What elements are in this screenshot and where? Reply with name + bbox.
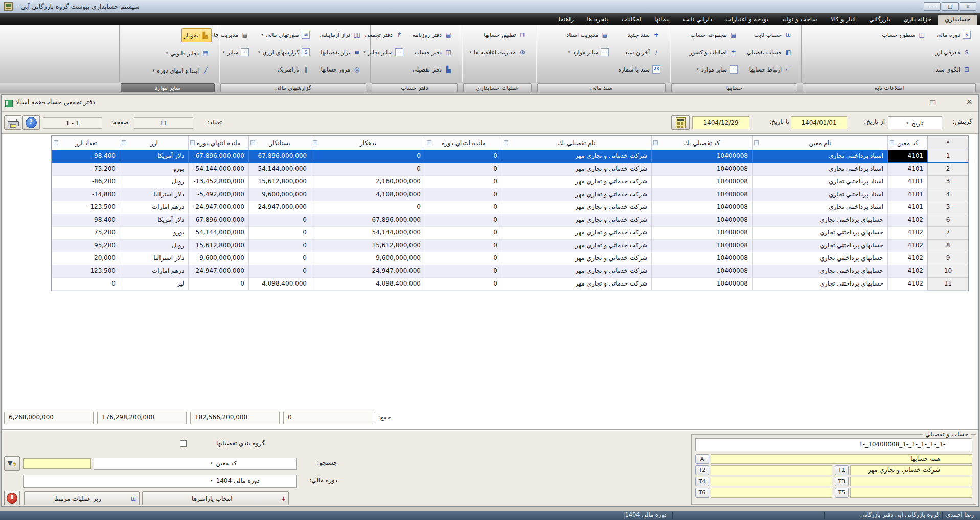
column-header-mand0[interactable]: مانده ابتداي دوره: [425, 136, 502, 150]
menu-tab-11[interactable]: راهنما: [552, 15, 580, 25]
ribbon-group-caption-3[interactable]: سند مالي: [537, 83, 666, 92]
column-header-tkod[interactable]: کد تفصيلي يك: [651, 136, 752, 150]
t2-button[interactable]: T2: [695, 465, 709, 475]
cell-mand1[interactable]: 0: [188, 278, 248, 291]
cell-kod[interactable]: 4102: [887, 240, 927, 252]
menu-tab-5[interactable]: ساخت و توليد: [775, 15, 824, 25]
cell-nam[interactable]: حسابهاي پرداختني تجاري: [752, 227, 887, 240]
cell-bes[interactable]: 4,098,400,000: [248, 278, 311, 291]
select-parameters-button[interactable]: انتخاب پارامترها ⍭: [142, 491, 289, 505]
cell-tkod[interactable]: 10400008: [651, 265, 752, 278]
ribbon-button-الگوي سند[interactable]: ⊡الگوي سند: [933, 63, 973, 76]
ribbon-button-ساير[interactable]: ⋯ساير▾: [221, 45, 251, 59]
cell-mand0[interactable]: 0: [425, 201, 502, 214]
cell-bes[interactable]: 0: [248, 227, 311, 240]
cell-num[interactable]: 4: [927, 188, 968, 201]
cell-nam[interactable]: اسناد پرداختني تجاري: [752, 176, 887, 188]
cell-nam[interactable]: حسابهاي پرداختني تجاري: [752, 265, 887, 278]
to-date-field[interactable]: 1404/12/29: [692, 116, 749, 129]
cell-nam[interactable]: حسابهاي پرداختني تجاري: [752, 214, 887, 227]
cell-tarz[interactable]: 98,400: [52, 214, 120, 227]
ribbon-button-گزارشهاي ارزي[interactable]: $گزارشهاي ارزي▾: [256, 45, 312, 59]
cell-bed[interactable]: 0: [311, 163, 425, 176]
ribbon-group-caption-6[interactable]: گزارشهاي مالي: [220, 83, 366, 92]
column-header-tnam[interactable]: نام تفصيلي يك: [502, 136, 651, 150]
cell-tkod[interactable]: 10400008: [651, 252, 752, 265]
ribbon-button-سطوح حساب[interactable]: ◫سطوح حساب: [880, 28, 928, 41]
cell-num[interactable]: 3: [927, 176, 968, 188]
calculate-button[interactable]: [671, 115, 690, 130]
ribbon-button-حساب تفصيلي[interactable]: ◧حساب تفصيلي: [745, 45, 794, 59]
cell-arz[interactable]: يورو: [120, 227, 188, 240]
column-header-nam[interactable]: نام معين: [752, 136, 887, 150]
cell-bed[interactable]: 2,160,000,000: [311, 176, 425, 188]
t6-button[interactable]: T6: [695, 488, 709, 498]
cell-tnam[interactable]: شرکت خدماتي و تجاري مهر: [502, 176, 651, 188]
cell-tarz[interactable]: 20,000: [52, 252, 120, 265]
report-close-icon[interactable]: ×: [966, 97, 973, 106]
cell-mand0[interactable]: 0: [425, 265, 502, 278]
from-date-field[interactable]: 1404/01/01: [791, 116, 847, 129]
cell-arz[interactable]: دلار آمريکا: [120, 214, 188, 227]
cell-bed[interactable]: 4,098,400,000: [311, 278, 425, 291]
cell-tarz[interactable]: -86,200: [52, 176, 120, 188]
cell-tnam[interactable]: شرکت خدماتي و تجاري مهر: [502, 240, 651, 252]
cell-tnam[interactable]: شرکت خدماتي و تجاري مهر: [502, 278, 651, 291]
ribbon-button-معرفي ارز[interactable]: $معرفي ارز: [933, 45, 973, 59]
ribbon-button-دفاتر قانوني[interactable]: ▤دفاتر قانوني▾: [164, 46, 212, 60]
cell-bed[interactable]: 15,612,800,000: [311, 240, 425, 252]
cell-num[interactable]: 2: [927, 163, 968, 176]
cell-mand1[interactable]: 24,947,000,000: [188, 265, 248, 278]
cell-num[interactable]: 9: [927, 252, 968, 265]
ribbon-button-مرور حسابها[interactable]: ◎مرور حسابها: [318, 63, 363, 76]
cell-mand0[interactable]: 0: [425, 176, 502, 188]
menu-tab-9[interactable]: امکانات: [615, 15, 648, 25]
column-header-mand1[interactable]: مانده انتهاي دوره: [188, 136, 248, 150]
t4-button[interactable]: T4: [695, 477, 709, 486]
cell-bes[interactable]: 24,947,000,000: [248, 201, 311, 214]
cell-tnam[interactable]: شرکت خدماتي و تجاري مهر: [502, 265, 651, 278]
cell-tnam[interactable]: شرکت خدماتي و تجاري مهر: [502, 188, 651, 201]
cell-mand0[interactable]: 0: [425, 227, 502, 240]
ribbon-group-caption-4[interactable]: عمليات حسابداري: [463, 83, 532, 92]
select-combo[interactable]: ▾تاريخ: [888, 116, 942, 129]
cell-tnam[interactable]: شرکت خدماتي و تجاري مهر: [502, 252, 651, 265]
menu-tab-6[interactable]: بودجه و اعتبارات: [719, 15, 775, 25]
cell-tarz[interactable]: 0: [52, 278, 120, 291]
cell-arz[interactable]: روبل: [120, 176, 188, 188]
cell-mand1[interactable]: 67,896,000,000: [188, 214, 248, 227]
ribbon-button-تراز تفصيليها[interactable]: ≡تراز تفصيليها: [318, 45, 363, 59]
cell-num[interactable]: 10: [927, 265, 968, 278]
cell-arz[interactable]: دلار استراليا: [120, 252, 188, 265]
ribbon-button-دفتر تفصيلي[interactable]: ▙دفتر تفصيلي: [411, 63, 454, 76]
ribbon-button-دوره مالي[interactable]: $دوره مالي: [934, 28, 973, 41]
ribbon-button-حساب ثابت[interactable]: ⊞حساب ثابت: [752, 28, 794, 41]
cell-bed[interactable]: 4,108,000,000: [311, 188, 425, 201]
ribbon-group-caption-2[interactable]: حسابها: [671, 83, 797, 92]
t6-field[interactable]: [711, 488, 832, 498]
ribbon-button-سند جديد[interactable]: +سند جديد: [626, 28, 663, 41]
close-button[interactable]: ×: [960, 2, 976, 11]
cell-num[interactable]: 5: [927, 201, 968, 214]
cell-tnam[interactable]: شرکت خدماتي و تجاري مهر: [502, 214, 651, 227]
cell-num[interactable]: 8: [927, 240, 968, 252]
cell-num[interactable]: 11: [927, 278, 968, 291]
table-row[interactable]: 44101اسناد پرداختني تجاري10400008شرکت خد…: [52, 188, 968, 201]
stop-button[interactable]: [4, 491, 20, 505]
menu-tab-3[interactable]: بازرگاني: [862, 15, 897, 25]
cell-tkod[interactable]: 10400008: [651, 278, 752, 291]
ribbon-button-نمودار[interactable]: ▙نمودار: [181, 28, 212, 42]
ribbon-group-caption-7[interactable]: ساير موارد: [121, 83, 215, 92]
cell-kod[interactable]: 4102: [887, 278, 927, 291]
ribbon-button-تراز آزمايشي[interactable]: ▯▯تراز آزمايشي: [317, 28, 363, 41]
table-row[interactable]: 114102حسابهاي پرداختني تجاري10400008شرکت…: [52, 278, 968, 291]
t1-button[interactable]: T1: [835, 465, 849, 475]
search-input[interactable]: [23, 458, 91, 469]
ribbon-button-ساير موارد[interactable]: ⋯ساير موارد▾: [695, 63, 740, 76]
cell-nam[interactable]: اسناد پرداختني تجاري: [752, 163, 887, 176]
cell-arz[interactable]: يورو: [120, 163, 188, 176]
ribbon-button-سند با شماره[interactable]: 23سند با شماره: [616, 63, 663, 76]
table-row[interactable]: 84102حسابهاي پرداختني تجاري10400008شرکت …: [52, 240, 968, 252]
cell-bes[interactable]: 9,600,000,000: [248, 188, 311, 201]
cell-nam[interactable]: حسابهاي پرداختني تجاري: [752, 240, 887, 252]
